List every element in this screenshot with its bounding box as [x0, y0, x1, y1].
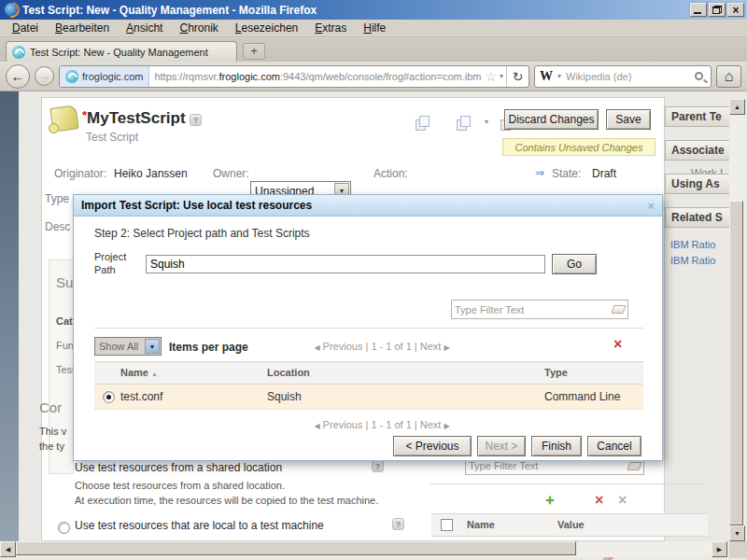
- cell-type: Command Line: [544, 390, 620, 403]
- column-type[interactable]: Type: [544, 367, 568, 378]
- last-page-icon[interactable]: ▶: [444, 422, 449, 430]
- next-page-link[interactable]: Next: [420, 341, 442, 352]
- search-engine-dropdown-icon[interactable]: ▾: [555, 72, 564, 80]
- sidebar-link-ibm-2[interactable]: IBM Ratio: [670, 255, 730, 266]
- reload-button[interactable]: ↻: [506, 66, 529, 87]
- test-label-fragment: Test: [56, 364, 74, 375]
- menu-extras[interactable]: Extras: [306, 21, 355, 35]
- horizontal-scrollbar[interactable]: ◀ ▶: [0, 541, 727, 557]
- scroll-right-icon[interactable]: ▶: [712, 541, 727, 557]
- close-icon: ×: [732, 6, 739, 15]
- sidebar-section-using[interactable]: Using As: [665, 174, 730, 194]
- close-button[interactable]: ×: [727, 3, 744, 17]
- scroll-left-icon[interactable]: ◀: [0, 541, 16, 557]
- section-divider: [430, 483, 706, 484]
- tabbar: Test Script: New - Quality Management +: [0, 38, 747, 62]
- sidebar-section-associate[interactable]: Associate: [665, 140, 730, 161]
- copy-icon[interactable]: [416, 116, 430, 130]
- duplicate-icon[interactable]: [457, 116, 471, 130]
- shared-location-radio[interactable]: [58, 522, 70, 534]
- sidebar-section-related[interactable]: Related S: [665, 207, 730, 228]
- search-icon[interactable]: [695, 72, 703, 80]
- bookmark-star-icon[interactable]: ☆: [485, 69, 497, 84]
- horizontal-scroll-thumb[interactable]: [16, 541, 576, 555]
- horizontal-scroll-track[interactable]: [16, 541, 712, 557]
- resources-filter-input[interactable]: [469, 460, 628, 471]
- window-title: Test Script: New - Quality Management - …: [22, 4, 690, 17]
- previous-page-link[interactable]: Previous: [323, 341, 363, 352]
- add-icon[interactable]: +: [545, 493, 555, 508]
- last-page-icon[interactable]: ▶: [444, 343, 449, 352]
- menu-lesezeichen[interactable]: Lesezeichen: [227, 21, 306, 35]
- vertical-scroll-thumb[interactable]: [729, 201, 743, 525]
- page-range: 1 - 1 of 1: [371, 341, 411, 352]
- toolbar-dropdown-icon[interactable]: ▾: [482, 118, 491, 126]
- minimize-button[interactable]: [690, 3, 707, 17]
- site-identity-label: froglogic.com: [82, 71, 143, 82]
- originator-label: Originator:: [54, 167, 106, 180]
- url-domain: froglogic.com: [219, 71, 280, 82]
- project-path-field-wrap: [146, 255, 545, 273]
- go-button[interactable]: Go: [552, 254, 597, 274]
- site-identity-chip[interactable]: froglogic.com: [60, 66, 149, 87]
- finish-button[interactable]: Finish: [531, 436, 582, 456]
- pagination-bottom: ◀ Previous | 1 - 1 of 1 | Next ▶: [265, 419, 499, 430]
- cancel-button[interactable]: Cancel: [587, 436, 641, 456]
- url-text[interactable]: https://rqmsvr.froglogic.com:9443/qm/web…: [149, 71, 485, 82]
- tab-test-script[interactable]: Test Script: New - Quality Management: [6, 41, 237, 62]
- window-controls: ×: [690, 3, 744, 17]
- page-size-select[interactable]: Show All▼: [94, 337, 162, 356]
- column-location[interactable]: Location: [267, 367, 310, 378]
- row-select-radio[interactable]: [103, 391, 115, 403]
- scroll-up-icon[interactable]: ▲: [729, 99, 745, 115]
- artifact-type-label: Test Script: [86, 131, 138, 144]
- previous-step-button[interactable]: < Previous: [393, 436, 472, 456]
- search-bar[interactable]: W ▾: [534, 65, 712, 88]
- menu-bearbeiten[interactable]: Bearbeiten: [47, 21, 118, 35]
- restore-button[interactable]: [709, 3, 726, 17]
- dialog-filter-input[interactable]: [455, 304, 613, 315]
- state-label: State:: [552, 167, 581, 180]
- help-icon[interactable]: ?: [372, 460, 384, 472]
- menu-hilfe[interactable]: Hilfe: [355, 21, 394, 35]
- search-input[interactable]: [566, 71, 693, 82]
- select-all-checkbox[interactable]: [441, 519, 453, 531]
- titlebar: Test Script: New - Quality Management - …: [0, 0, 747, 20]
- home-button[interactable]: ⌂: [716, 65, 741, 88]
- menu-ansicht[interactable]: Ansicht: [118, 21, 171, 35]
- next-page-link[interactable]: Next: [420, 419, 442, 430]
- sidebar-section-parent[interactable]: Parent Te: [665, 106, 730, 127]
- menu-datei[interactable]: Datei: [4, 21, 47, 35]
- dialog-titlebar: Import Test Script: Use local test resou…: [74, 195, 662, 217]
- column-name[interactable]: Name ▲: [120, 367, 158, 378]
- new-tab-button[interactable]: +: [243, 43, 265, 60]
- forward-button[interactable]: →: [35, 66, 54, 86]
- page-content: *MyTestScript ? Test Script ▾ Discard Ch…: [0, 91, 747, 560]
- urlbar-dropdown-icon[interactable]: ▾: [497, 72, 506, 80]
- scroll-down-icon[interactable]: ▼: [729, 525, 745, 541]
- wikipedia-engine-icon[interactable]: W: [540, 69, 553, 84]
- previous-page-link[interactable]: Previous: [323, 419, 363, 430]
- url-bar[interactable]: froglogic.com https://rqmsvr.froglogic.c…: [59, 65, 529, 88]
- sidebar-link-ibm-1[interactable]: IBM Ratio: [670, 239, 730, 250]
- clear-filter-icon[interactable]: [627, 462, 641, 470]
- discard-changes-button[interactable]: Discard Changes: [504, 109, 599, 130]
- dialog-close-icon[interactable]: ×: [647, 199, 655, 213]
- remove-icon[interactable]: ×: [595, 493, 603, 508]
- vertical-scrollbar[interactable]: ▲ ▼: [729, 99, 745, 541]
- project-path-input[interactable]: [146, 255, 545, 273]
- back-button[interactable]: ←: [6, 64, 30, 89]
- clear-filter-icon[interactable]: [611, 305, 626, 314]
- table-row-test-conf[interactable]: test.conf Squish Command Line: [94, 385, 643, 410]
- first-page-icon[interactable]: ◀: [314, 343, 319, 352]
- dialog-step-label: Step 2: Select Project path and Test Scr…: [94, 227, 310, 240]
- first-page-icon[interactable]: ◀: [314, 422, 319, 430]
- column-value: Value: [557, 519, 585, 530]
- save-button[interactable]: Save: [606, 109, 651, 130]
- close-list-icon[interactable]: ×: [613, 337, 622, 352]
- help-icon[interactable]: ?: [392, 518, 404, 530]
- menu-chronik[interactable]: Chronik: [171, 21, 226, 35]
- vertical-scroll-track[interactable]: [729, 115, 745, 525]
- help-icon[interactable]: ?: [190, 114, 202, 126]
- state-value: Draft: [592, 167, 616, 180]
